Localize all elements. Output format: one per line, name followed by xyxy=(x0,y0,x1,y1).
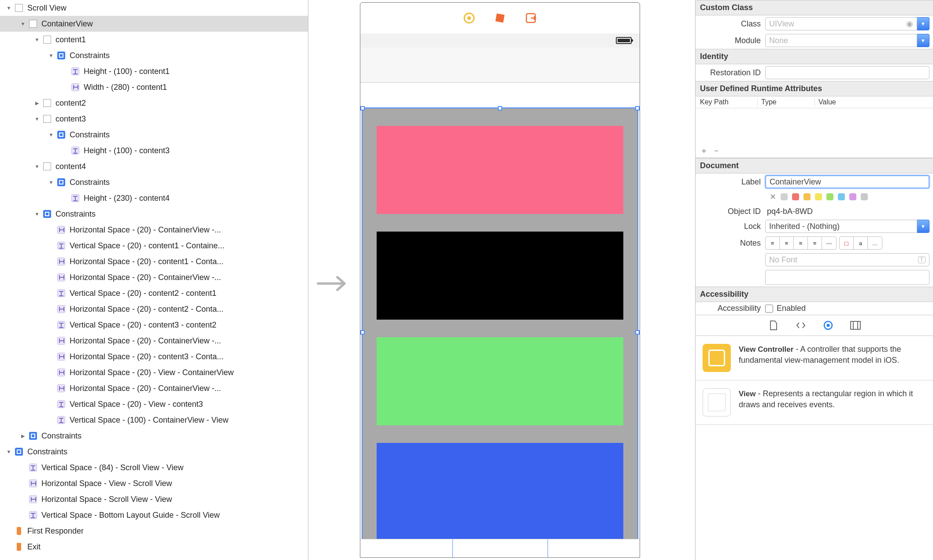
content-block[interactable] xyxy=(377,337,623,425)
outline-row[interactable]: First Responder xyxy=(0,523,308,539)
outline-row[interactable]: content1 xyxy=(0,32,308,48)
disclosure-triangle-icon[interactable] xyxy=(33,36,41,43)
disclosure-triangle-icon[interactable] xyxy=(5,448,12,455)
class-dropdown-button[interactable]: ▼ xyxy=(917,17,929,30)
scene-icon-viewcontroller[interactable] xyxy=(463,12,475,24)
library-item[interactable]: View - Represents a rectangular region i… xyxy=(696,380,933,425)
disclosure-triangle-icon[interactable] xyxy=(48,131,55,138)
container-view[interactable]: http://blog.csdn.net/woaifen3344 xyxy=(363,108,637,557)
align-dashes-icon[interactable]: --- xyxy=(822,237,836,249)
outline-row[interactable]: Horizontal Space - (20) - content2 - Con… xyxy=(0,301,308,317)
outline-row[interactable]: Horizontal Space - (20) - content3 - Con… xyxy=(0,349,308,365)
lock-dropdown-button[interactable]: ▼ xyxy=(917,220,929,233)
outline-row[interactable]: content3 xyxy=(0,111,308,127)
color-swatch[interactable] xyxy=(815,193,822,200)
notes-style-segment[interactable]: ◻ a … xyxy=(839,236,882,250)
library-tabs[interactable] xyxy=(696,315,933,336)
outline-row[interactable]: Horizontal Space - Scroll View - View xyxy=(0,491,308,507)
outline-row[interactable]: Constraints xyxy=(0,127,308,143)
document-outline[interactable]: Scroll ViewContainerViewcontent1Constrai… xyxy=(0,0,308,560)
style-char-icon[interactable]: a xyxy=(854,237,868,249)
align-left-icon[interactable]: ≡ xyxy=(766,237,780,249)
outline-row[interactable]: Horizontal Space - (20) - View - Contain… xyxy=(0,365,308,380)
interface-builder-canvas[interactable]: http://blog.csdn.net/woaifen3344 xyxy=(308,0,695,560)
align-center-icon[interactable]: ≡ xyxy=(780,237,794,249)
media-library-tab-icon[interactable] xyxy=(850,320,861,331)
color-swatch[interactable] xyxy=(861,193,868,200)
label-color-swatches[interactable]: ✕ xyxy=(696,190,933,205)
outline-row[interactable]: Constraints xyxy=(0,444,308,460)
module-dropdown-button[interactable]: ▼ xyxy=(917,34,929,47)
disclosure-triangle-icon[interactable] xyxy=(33,115,41,122)
outline-row[interactable]: Vertical Space - (20) - content3 - conte… xyxy=(0,317,308,333)
outline-row[interactable]: Horizontal Space - (20) - ContainerView … xyxy=(0,380,308,396)
outline-row[interactable]: Width - (280) - content1 xyxy=(0,79,308,95)
disclosure-triangle-icon[interactable] xyxy=(19,432,26,439)
outline-row[interactable]: Constraints xyxy=(0,48,308,63)
color-swatch[interactable] xyxy=(849,193,856,200)
style-more-icon[interactable]: … xyxy=(868,237,882,249)
color-swatch[interactable] xyxy=(792,193,799,200)
disclosure-triangle-icon[interactable] xyxy=(19,20,26,27)
doc-label-field[interactable]: ContainerView xyxy=(765,175,929,188)
remove-attribute-button[interactable]: － xyxy=(712,145,720,156)
color-swatch[interactable] xyxy=(826,193,833,200)
disclosure-triangle-icon[interactable] xyxy=(48,179,55,186)
outline-row[interactable]: Horizontal Space - (20) - content1 - Con… xyxy=(0,254,308,269)
file-template-tab-icon[interactable] xyxy=(768,320,779,331)
outline-row[interactable]: Vertical Space - (84) - Scroll View - Vi… xyxy=(0,460,308,475)
outline-row[interactable]: ContainerView xyxy=(0,16,308,32)
font-picker-icon[interactable]: T xyxy=(918,256,926,263)
outline-row[interactable]: Constraints xyxy=(0,174,308,190)
disclosure-triangle-icon[interactable] xyxy=(48,52,55,59)
outline-row[interactable]: Height - (100) - content1 xyxy=(0,63,308,79)
outline-row[interactable]: Vertical Space - (20) - View - content3 xyxy=(0,396,308,412)
outline-row[interactable]: Vertical Space - (20) - content1 - Conta… xyxy=(0,238,308,254)
outline-row[interactable]: Exit xyxy=(0,539,308,555)
outline-row[interactable]: Horizontal Space - View - Scroll View xyxy=(0,475,308,491)
scene-icon-firstresponder[interactable] xyxy=(494,12,506,24)
outline-row[interactable]: Horizontal Space - (20) - ContainerView … xyxy=(0,269,308,285)
color-swatch[interactable] xyxy=(838,193,845,200)
object-library-tab-icon[interactable] xyxy=(822,320,834,331)
content-block[interactable] xyxy=(377,443,623,544)
disclosure-triangle-icon[interactable] xyxy=(33,99,41,107)
outline-row[interactable]: Vertical Space - Bottom Layout Guide - S… xyxy=(0,507,308,523)
outline-row[interactable]: Scroll View xyxy=(0,0,308,16)
color-swatch[interactable] xyxy=(781,193,788,200)
add-attribute-button[interactable]: ＋ xyxy=(700,145,708,156)
outline-row[interactable]: Height - (230) - content4 xyxy=(0,190,308,206)
library-item[interactable]: View Controller - A controller that supp… xyxy=(696,336,933,380)
disclosure-triangle-icon[interactable] xyxy=(33,163,41,170)
udra-table[interactable] xyxy=(696,108,933,144)
accessibility-enabled-checkbox[interactable] xyxy=(765,305,773,313)
class-field[interactable]: UIView◉ xyxy=(765,17,917,30)
style-square-icon[interactable]: ◻ xyxy=(840,237,854,249)
restoration-id-field[interactable] xyxy=(765,66,929,79)
outline-row[interactable]: Vertical Space - (20) - content2 - conte… xyxy=(0,285,308,301)
scene-icon-exit[interactable] xyxy=(525,12,537,24)
align-justify-icon[interactable]: ≡ xyxy=(808,237,822,249)
align-right-icon[interactable]: ≡ xyxy=(794,237,808,249)
outline-row[interactable]: content4 xyxy=(0,158,308,174)
color-swatch[interactable] xyxy=(803,193,811,200)
lock-select[interactable]: Inherited - (Nothing) xyxy=(765,220,917,233)
disclosure-triangle-icon[interactable] xyxy=(33,210,41,217)
outline-row[interactable]: Constraints xyxy=(0,206,308,222)
content-block[interactable] xyxy=(377,232,623,320)
outline-row[interactable]: Horizontal Space - (20) - ContainerView … xyxy=(0,333,308,349)
outline-row[interactable]: Constraints xyxy=(0,428,308,444)
clear-color-button[interactable]: ✕ xyxy=(770,192,776,202)
code-snippet-tab-icon[interactable] xyxy=(795,320,807,331)
module-field[interactable]: None xyxy=(765,34,917,47)
outline-row[interactable]: Vertical Space - (100) - ContainerView -… xyxy=(0,412,308,428)
outline-row[interactable]: Height - (100) - content3 xyxy=(0,143,308,158)
content-block[interactable] xyxy=(377,126,623,214)
notes-textarea[interactable] xyxy=(765,270,929,285)
notes-align-segment[interactable]: ≡ ≡ ≡ ≡ --- xyxy=(765,236,837,250)
inspector-panel[interactable]: Custom Class Class UIView◉ ▼ Module None… xyxy=(695,0,933,560)
outline-row[interactable]: Horizontal Space - (20) - ContainerView … xyxy=(0,222,308,238)
simulated-device[interactable]: http://blog.csdn.net/woaifen3344 xyxy=(360,2,640,558)
disclosure-triangle-icon[interactable] xyxy=(5,4,12,11)
outline-row[interactable]: content2 xyxy=(0,95,308,111)
